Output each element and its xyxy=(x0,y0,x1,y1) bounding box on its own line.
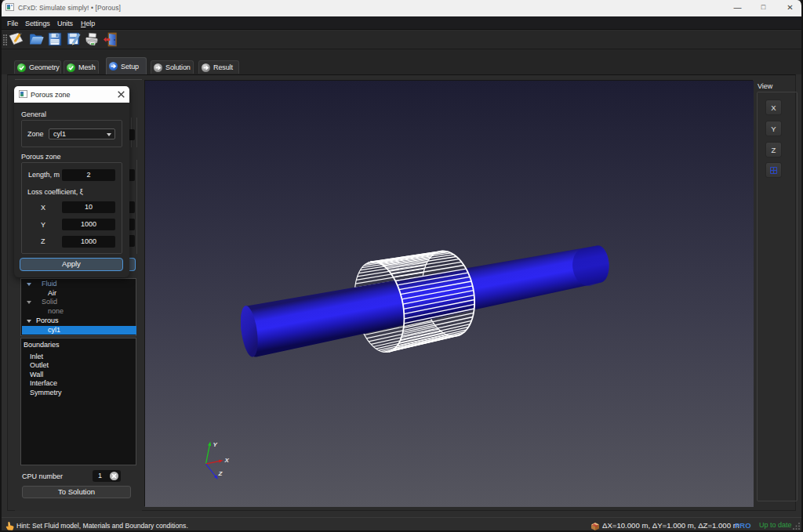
svg-text:Y: Y xyxy=(213,441,218,448)
svg-text:X: X xyxy=(224,457,230,464)
